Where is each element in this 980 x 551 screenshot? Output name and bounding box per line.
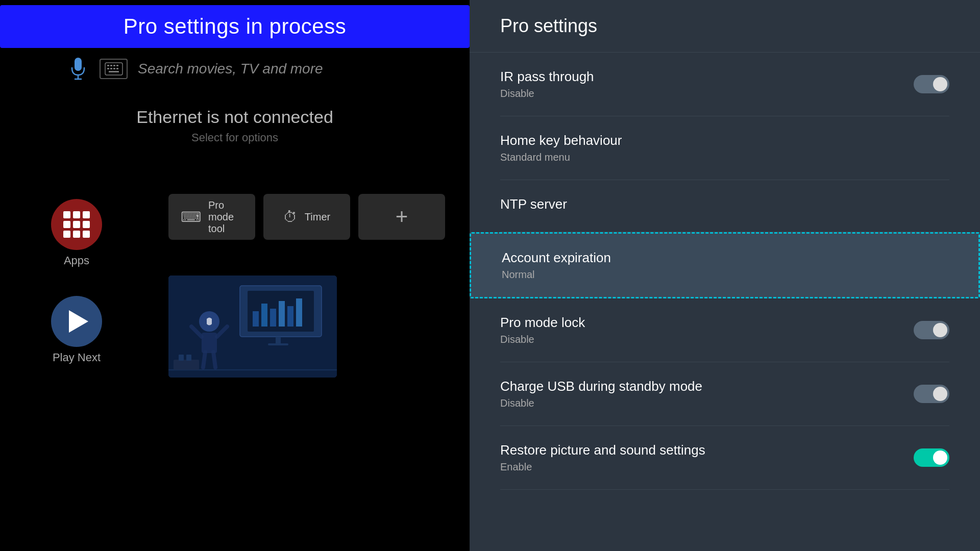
- toggle-pro-mode-lock[interactable]: [914, 321, 949, 339]
- toggle-charge-usb[interactable]: [914, 385, 949, 403]
- svg-rect-7: [116, 65, 118, 66]
- setting-name-ir: IR pass through: [500, 69, 914, 85]
- apps-grid-icon: [59, 207, 94, 242]
- toggle-thumb-prolock: [933, 323, 947, 337]
- mic-icon[interactable]: [66, 55, 89, 83]
- setting-item-home-key[interactable]: Home key behaviour Standard menu: [500, 116, 949, 180]
- svg-rect-4: [107, 65, 109, 66]
- keyboard-icon[interactable]: [100, 59, 128, 79]
- add-button[interactable]: +: [358, 194, 445, 240]
- pro-settings-header: Pro settings: [470, 0, 980, 53]
- toggle-thumb-ir: [933, 77, 947, 91]
- setting-info-account: Account expiration Normal: [502, 250, 948, 281]
- setting-value-home: Standard menu: [500, 152, 949, 163]
- setting-info-prolock: Pro mode lock Disable: [500, 315, 914, 345]
- banner-text: Pro settings in process: [124, 14, 346, 38]
- search-bar[interactable]: Search movies, TV and more: [66, 48, 459, 89]
- playnext-button[interactable]: [51, 296, 102, 347]
- ethernet-title: Ethernet is not connected: [0, 107, 470, 127]
- setting-item-pro-mode-lock[interactable]: Pro mode lock Disable: [500, 298, 949, 362]
- pro-settings-banner: Pro settings in process: [0, 5, 470, 48]
- svg-rect-18: [270, 309, 276, 327]
- toggle-restore-picture[interactable]: [914, 448, 949, 467]
- svg-rect-17: [261, 304, 267, 327]
- svg-rect-11: [116, 68, 118, 69]
- sidebar-playnext[interactable]: Play Next: [51, 296, 102, 364]
- setting-info-ir: IR pass through Disable: [500, 69, 914, 99]
- quick-actions: ⌨ Pro mode tool ⏱ Timer +: [168, 194, 445, 240]
- pro-mode-tool-button[interactable]: ⌨ Pro mode tool: [168, 194, 255, 240]
- setting-name-prolock: Pro mode lock: [500, 315, 914, 331]
- svg-rect-6: [113, 65, 115, 66]
- setting-item-ir-pass-through[interactable]: IR pass through Disable: [500, 53, 949, 116]
- setting-name-account: Account expiration: [502, 250, 948, 266]
- play-icon: [69, 310, 88, 333]
- svg-rect-21: [296, 298, 302, 327]
- ethernet-notice: Ethernet is not connected Select for opt…: [0, 107, 470, 144]
- right-panel: Pro settings IR pass through Disable Hom…: [470, 0, 980, 551]
- setting-value-account: Normal: [502, 269, 948, 281]
- setting-info-home: Home key behaviour Standard menu: [500, 133, 949, 163]
- setting-name-ntp: NTP server: [500, 196, 949, 212]
- timer-button[interactable]: ⏱ Timer: [263, 194, 350, 240]
- search-input[interactable]: Search movies, TV and more: [138, 61, 323, 77]
- toggle-ir-pass-through[interactable]: [914, 75, 949, 93]
- timer-icon: ⏱: [283, 209, 298, 226]
- svg-rect-9: [110, 68, 112, 69]
- thumbnail-content: [168, 276, 337, 378]
- svg-rect-19: [279, 301, 285, 327]
- setting-name-restore: Restore picture and sound settings: [500, 442, 914, 458]
- svg-rect-12: [109, 71, 119, 72]
- setting-info-restore: Restore picture and sound settings Enabl…: [500, 442, 914, 473]
- setting-value-charge: Disable: [500, 397, 914, 409]
- setting-item-account-expiration[interactable]: Account expiration Normal: [470, 232, 980, 298]
- pro-mode-tool-icon: ⌨: [181, 209, 201, 226]
- setting-name-charge: Charge USB during standby mode: [500, 379, 914, 394]
- pro-settings-title: Pro settings: [500, 15, 597, 36]
- settings-list: IR pass through Disable Home key behavio…: [470, 53, 980, 490]
- setting-item-ntp[interactable]: NTP server: [500, 180, 949, 232]
- svg-rect-23: [268, 343, 288, 345]
- svg-line-28: [203, 352, 205, 367]
- setting-name-home: Home key behaviour: [500, 133, 949, 148]
- setting-item-restore-picture[interactable]: Restore picture and sound settings Enabl…: [500, 426, 949, 490]
- svg-rect-22: [276, 337, 281, 344]
- svg-rect-8: [107, 68, 109, 69]
- setting-value-prolock: Disable: [500, 334, 914, 345]
- setting-info-charge: Charge USB during standby mode Disable: [500, 379, 914, 409]
- apps-button[interactable]: [51, 199, 102, 250]
- timer-label: Timer: [305, 211, 330, 223]
- ethernet-subtitle: Select for options: [0, 131, 470, 144]
- apps-label: Apps: [64, 254, 89, 267]
- left-panel: Pro settings in process: [0, 0, 470, 551]
- svg-line-29: [213, 352, 215, 367]
- svg-rect-0: [75, 58, 82, 71]
- plus-icon: +: [396, 205, 408, 229]
- toggle-thumb-charge: [933, 387, 947, 401]
- setting-item-charge-usb[interactable]: Charge USB during standby mode Disable: [500, 362, 949, 426]
- playnext-label: Play Next: [53, 351, 101, 364]
- sidebar-apps[interactable]: Apps: [51, 199, 102, 267]
- svg-rect-33: [186, 355, 191, 361]
- svg-rect-10: [113, 68, 115, 69]
- svg-rect-20: [287, 306, 293, 327]
- toggle-thumb-restore: [933, 450, 947, 465]
- setting-value-ir: Disable: [500, 88, 914, 99]
- content-thumbnail[interactable]: [168, 276, 337, 378]
- pro-mode-tool-label: Pro mode tool: [208, 199, 243, 235]
- svg-rect-32: [179, 355, 184, 361]
- svg-rect-25: [202, 333, 217, 353]
- svg-rect-31: [174, 360, 199, 370]
- svg-rect-5: [110, 65, 112, 66]
- setting-info-ntp: NTP server: [500, 196, 949, 215]
- setting-value-restore: Enable: [500, 461, 914, 473]
- svg-rect-16: [253, 311, 259, 327]
